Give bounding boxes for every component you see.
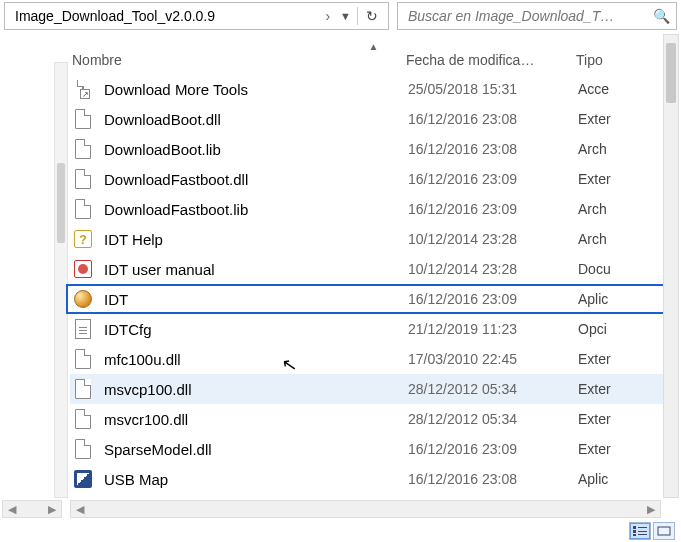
horizontal-scrollbar[interactable]: ◀ ▶	[70, 500, 661, 518]
divider	[357, 7, 358, 25]
config-file-icon	[72, 318, 94, 340]
file-row[interactable]: DownloadFastboot.lib16/12/2016 23:09Arch	[70, 194, 677, 224]
file-date: 25/05/2018 15:31	[408, 81, 578, 97]
file-type: Exter	[578, 171, 611, 187]
address-toolbar: Image_Download_Tool_v2.0.0.9 › ▼ ↻ Busca…	[0, 0, 681, 36]
file-date: 21/12/2019 11:23	[408, 321, 578, 337]
file-icon	[72, 138, 94, 160]
scroll-right-icon[interactable]: ▶	[43, 503, 61, 516]
file-type: Docu	[578, 261, 611, 277]
sort-ascending-icon: ▲	[70, 44, 677, 50]
svg-rect-6	[658, 527, 670, 535]
file-type: Opci	[578, 321, 607, 337]
svg-rect-1	[638, 527, 647, 528]
file-date: 16/12/2016 23:08	[408, 141, 578, 157]
file-icon	[72, 198, 94, 220]
svg-rect-3	[638, 531, 647, 532]
file-type: Exter	[578, 411, 611, 427]
scrollbar-thumb[interactable]	[666, 43, 676, 103]
column-header-date[interactable]: Fecha de modifica…	[406, 52, 576, 68]
file-list: ▲ Nombre Fecha de modifica… Tipo ↗Downlo…	[70, 44, 677, 494]
file-date: 10/12/2014 23:28	[408, 261, 578, 277]
file-date: 16/12/2016 23:08	[408, 471, 578, 487]
file-row[interactable]: DownloadFastboot.dll16/12/2016 23:09Exte…	[70, 164, 677, 194]
file-row[interactable]: IDTCfg21/12/2019 11:23Opci	[70, 314, 677, 344]
application-icon	[72, 288, 94, 310]
file-date: 16/12/2016 23:08	[408, 111, 578, 127]
file-row[interactable]: msvcr100.dll28/12/2012 05:34Exter	[70, 404, 677, 434]
file-icon	[72, 348, 94, 370]
file-type: Arch	[578, 201, 607, 217]
file-row[interactable]: mfc100u.dll17/03/2010 22:45Exter	[70, 344, 677, 374]
file-row[interactable]: msvcp100.dll28/12/2012 05:34Exter	[70, 374, 677, 404]
view-mode-buttons	[629, 522, 675, 540]
refresh-icon[interactable]: ↻	[360, 8, 384, 24]
file-icon	[72, 408, 94, 430]
file-row[interactable]: ↗Download More Tools25/05/2018 15:31Acce	[70, 74, 677, 104]
nav-horizontal-scrollbar[interactable]: ◀ ▶	[2, 500, 62, 518]
file-row[interactable]: USB Map16/12/2016 23:08Aplic	[70, 464, 677, 494]
file-date: 28/12/2012 05:34	[408, 411, 578, 427]
file-row[interactable]: DownloadBoot.dll16/12/2016 23:08Exter	[70, 104, 677, 134]
file-type: Acce	[578, 81, 609, 97]
help-file-icon: ?	[72, 228, 94, 250]
file-name: msvcr100.dll	[104, 411, 408, 428]
file-rows: ↗Download More Tools25/05/2018 15:31Acce…	[70, 74, 677, 494]
file-type: Aplic	[578, 471, 608, 487]
vertical-scrollbar[interactable]	[663, 34, 679, 498]
shortcut-icon: ↗	[72, 78, 94, 100]
breadcrumb-current: Image_Download_Tool_v2.0.0.9	[15, 8, 319, 24]
file-name: Download More Tools	[104, 81, 408, 98]
file-name: IDT Help	[104, 231, 408, 248]
file-name: DownloadFastboot.lib	[104, 201, 408, 218]
search-placeholder: Buscar en Image_Download_T…	[408, 8, 653, 24]
file-row[interactable]: IDT16/12/2016 23:09Aplic	[70, 284, 677, 314]
file-date: 28/12/2012 05:34	[408, 381, 578, 397]
svg-rect-2	[633, 530, 636, 533]
file-type: Aplic	[578, 291, 608, 307]
file-type: Exter	[578, 381, 611, 397]
file-row[interactable]: IDT user manual10/12/2014 23:28Docu	[70, 254, 677, 284]
column-header-type[interactable]: Tipo	[576, 52, 677, 68]
scrollbar-thumb[interactable]	[57, 163, 65, 243]
nav-pane-scrollbar[interactable]	[54, 62, 68, 498]
file-type: Exter	[578, 111, 611, 127]
large-icons-view-button[interactable]	[653, 522, 675, 540]
file-icon	[72, 438, 94, 460]
file-date: 17/03/2010 22:45	[408, 351, 578, 367]
pdf-icon	[72, 258, 94, 280]
file-icon	[72, 168, 94, 190]
file-date: 16/12/2016 23:09	[408, 171, 578, 187]
file-name: IDT user manual	[104, 261, 408, 278]
details-view-button[interactable]	[629, 522, 651, 540]
history-dropdown-icon[interactable]: ▼	[336, 10, 355, 22]
svg-rect-0	[633, 526, 636, 529]
scroll-left-icon[interactable]: ◀	[71, 503, 89, 516]
search-input[interactable]: Buscar en Image_Download_T… 🔍	[397, 2, 677, 30]
search-icon[interactable]: 🔍	[653, 8, 670, 24]
scroll-left-icon[interactable]: ◀	[3, 503, 21, 516]
usb-map-icon	[72, 468, 94, 490]
svg-rect-5	[638, 534, 647, 535]
file-name: IDTCfg	[104, 321, 408, 338]
file-row[interactable]: DownloadBoot.lib16/12/2016 23:08Arch	[70, 134, 677, 164]
file-type: Arch	[578, 141, 607, 157]
file-row[interactable]: SparseModel.dll16/12/2016 23:09Exter	[70, 434, 677, 464]
file-name: mfc100u.dll	[104, 351, 408, 368]
svg-rect-4	[633, 534, 636, 536]
breadcrumb-separator-icon[interactable]: ›	[319, 8, 336, 24]
breadcrumb-box[interactable]: Image_Download_Tool_v2.0.0.9 › ▼ ↻	[4, 2, 389, 30]
column-header-name[interactable]: Nombre	[70, 52, 406, 68]
file-name: msvcp100.dll	[104, 381, 408, 398]
file-date: 16/12/2016 23:09	[408, 441, 578, 457]
file-type: Arch	[578, 231, 607, 247]
file-icon	[72, 108, 94, 130]
file-name: SparseModel.dll	[104, 441, 408, 458]
file-row[interactable]: ?IDT Help10/12/2014 23:28Arch	[70, 224, 677, 254]
file-name: USB Map	[104, 471, 408, 488]
file-name: IDT	[104, 291, 408, 308]
file-icon	[72, 378, 94, 400]
file-name: DownloadBoot.dll	[104, 111, 408, 128]
scroll-right-icon[interactable]: ▶	[642, 503, 660, 516]
file-date: 16/12/2016 23:09	[408, 201, 578, 217]
